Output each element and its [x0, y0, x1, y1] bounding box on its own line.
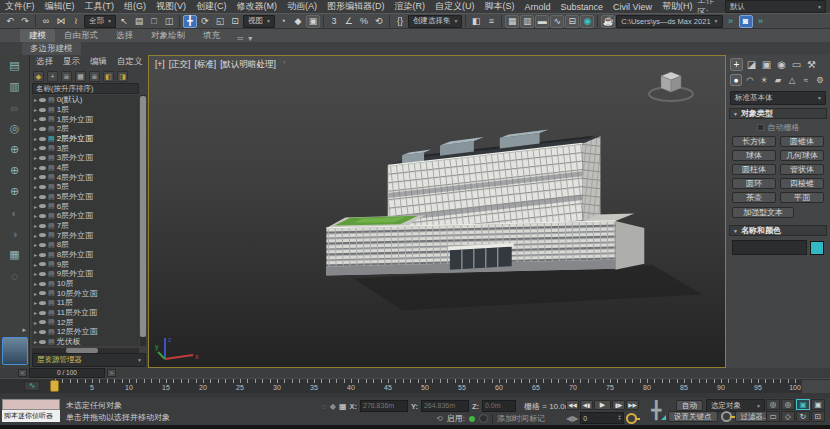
select-and-place-icon[interactable]: ⊡	[228, 15, 242, 28]
layer-row[interactable]: ▸▤光伏板	[32, 337, 139, 346]
expand-icon[interactable]: ▸	[34, 116, 37, 123]
visibility-icon[interactable]	[39, 98, 46, 102]
named-selection-sets-dropdown[interactable]: 创建选择集▼	[408, 15, 462, 28]
zoom-extents-icon[interactable]: ▣	[796, 399, 810, 410]
unlink-selection-icon[interactable]: ⋈	[54, 15, 68, 28]
hierarchy-tab-icon[interactable]: ▣	[760, 58, 773, 71]
expand-icon[interactable]: ▸	[34, 299, 37, 306]
maximize-viewport-icon[interactable]: ⊡	[811, 411, 825, 422]
toggle-ribbon-icon[interactable]: ▬	[535, 15, 549, 28]
layer-row[interactable]: ▸▤3层外立面	[32, 153, 139, 163]
play-animation-icon[interactable]: ▶	[594, 400, 611, 410]
select-and-move-icon[interactable]: ╋	[183, 15, 197, 28]
object-type-button[interactable]: 四棱锥	[780, 178, 824, 189]
modify-tab-icon[interactable]: ◪	[745, 58, 758, 71]
orbit-icon[interactable]: ↻	[796, 411, 810, 422]
z-coordinate-field[interactable]: 0.0m	[482, 400, 516, 412]
time-slider-handle[interactable]	[50, 380, 59, 392]
redo-icon[interactable]: ↷	[18, 15, 32, 28]
ribbon-tab[interactable]: 对象绘制	[142, 29, 194, 42]
pin-a-icon[interactable]: ◎	[5, 121, 25, 136]
lights-icon[interactable]: ☀	[758, 74, 770, 86]
expand-icon[interactable]: ▸	[34, 183, 37, 190]
add-to-active-layer-icon[interactable]: ≣	[61, 71, 72, 82]
object-type-button[interactable]: 几何球体	[780, 150, 824, 161]
layer-row[interactable]: ▸▤8层外立面	[32, 250, 139, 260]
keyboard-shortcut-override-icon[interactable]: ▣	[306, 15, 320, 28]
menu-item[interactable]: 视图(V)	[151, 0, 191, 13]
expand-icon[interactable]: ▸	[34, 174, 37, 181]
menu-item[interactable]: 组(G)	[119, 0, 151, 13]
visibility-icon[interactable]	[39, 156, 46, 160]
expand-icon[interactable]: ▸	[34, 203, 37, 210]
add-time-tag-button[interactable]: 添加时间标记	[497, 413, 545, 424]
select-and-scale-icon[interactable]: ◱	[213, 15, 227, 28]
go-to-end-icon[interactable]: ▶▶	[626, 400, 639, 410]
explorer-menu-item[interactable]: 自定义	[113, 56, 147, 69]
viewport-label-segment[interactable]: [正交]	[169, 59, 191, 71]
vertical-scrollbar[interactable]	[140, 95, 146, 346]
set-key-button[interactable]: 设置关键点	[668, 411, 718, 422]
explorer-menu-item[interactable]: 显示	[59, 56, 84, 69]
object-type-button[interactable]: 圆环	[732, 178, 776, 189]
object-type-button[interactable]: 球体	[732, 150, 776, 161]
menu-item[interactable]: 编辑(E)	[40, 0, 80, 13]
set-key-icon[interactable]	[626, 413, 637, 424]
toggle-scene-explorer-icon[interactable]: ▦	[505, 15, 519, 28]
select-and-link-icon[interactable]: ∞	[39, 15, 53, 28]
cameras-icon[interactable]: ▰	[772, 74, 784, 86]
select-object-icon[interactable]: ↖	[117, 15, 131, 28]
pin-dashed-icon[interactable]: ◌	[5, 268, 25, 283]
zoom-extents-all-icon[interactable]: ▣	[811, 399, 825, 410]
spinner-arrows-icon[interactable]: ▲▼	[618, 415, 621, 422]
select-and-manipulate-icon[interactable]: ◆	[291, 15, 305, 28]
pan-view-icon[interactable]: ◇	[781, 411, 795, 422]
space-warps-icon[interactable]: ≈	[800, 74, 812, 86]
visibility-icon[interactable]	[39, 204, 46, 208]
object-type-button[interactable]: 长方体	[732, 136, 776, 147]
viewport-label-segment[interactable]: [标准]	[194, 59, 216, 71]
menu-item[interactable]: 文件(F)	[0, 0, 40, 13]
layer-row[interactable]: ▸▤9层外立面	[32, 269, 139, 279]
large-add-button[interactable]: ╋	[645, 399, 667, 421]
select-layer-objects-icon[interactable]: ▦	[75, 71, 86, 82]
building-model[interactable]	[149, 56, 725, 367]
menu-item[interactable]: 图形编辑器(D)	[322, 0, 390, 13]
visibility-icon[interactable]	[39, 301, 46, 305]
current-frame-field[interactable]: 0 ▲▼	[580, 412, 624, 424]
material-editor-icon[interactable]: ◉	[580, 15, 594, 28]
frame-display[interactable]: 0 / 100	[29, 368, 105, 378]
selection-lock-icon[interactable]: ◆	[330, 402, 336, 411]
shapes-icon[interactable]: ◠	[744, 74, 756, 86]
menu-item[interactable]: 工具(T)	[80, 0, 120, 13]
visibility-icon[interactable]	[39, 108, 46, 112]
active-tool-thumbnail[interactable]	[2, 337, 28, 365]
menu-item[interactable]: 帮助(H)	[657, 0, 698, 13]
create-new-layer-icon[interactable]: +	[47, 71, 58, 82]
schematic-view-icon[interactable]: ⊟	[565, 15, 579, 28]
menu-item[interactable]: 渲染(R)	[390, 0, 431, 13]
systems-icon[interactable]: ⚙	[814, 74, 826, 86]
display-tab-icon[interactable]: ▭	[790, 58, 803, 71]
visibility-icon[interactable]	[39, 166, 46, 170]
motion-tab-icon[interactable]: ◉	[775, 58, 788, 71]
expand-icon[interactable]: ▸	[34, 164, 37, 171]
spinner-snap-icon[interactable]: ⟲	[372, 15, 386, 28]
expand-icon[interactable]: ▸	[34, 135, 37, 142]
menu-item[interactable]: 脚本(S)	[480, 0, 520, 13]
object-name-input[interactable]	[732, 240, 807, 255]
visibility-icon[interactable]	[39, 185, 46, 189]
previous-frame-button[interactable]: <	[18, 369, 27, 377]
more-tools-icon[interactable]: »	[754, 15, 768, 28]
viewport-label-segment[interactable]: [+]	[155, 59, 165, 71]
visibility-icon[interactable]	[39, 117, 46, 121]
auto-key-button[interactable]: 自动	[676, 400, 703, 411]
ribbon-tab[interactable]: 填充	[194, 29, 229, 42]
text-plus-button[interactable]: 加强型文本	[732, 207, 794, 218]
visibility-icon[interactable]	[39, 243, 46, 247]
expand-icon[interactable]: ▸	[34, 338, 37, 345]
visibility-icon[interactable]	[39, 320, 46, 324]
mirror-icon[interactable]: ◧	[469, 15, 483, 28]
align-icon[interactable]: ≡	[484, 15, 498, 28]
macro-recorder-field[interactable]	[2, 399, 60, 410]
